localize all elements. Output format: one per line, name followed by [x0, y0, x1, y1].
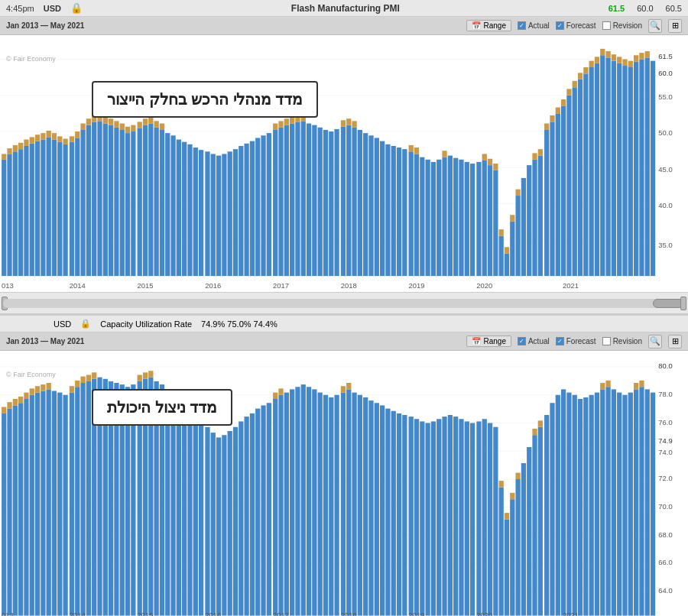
forecast-toggle-1[interactable]: ✓ Forecast — [556, 21, 596, 30]
svg-rect-267 — [284, 393, 289, 616]
svg-text:2017: 2017 — [273, 611, 289, 616]
revision-checkbox-2[interactable] — [602, 337, 611, 345]
svg-rect-119 — [634, 62, 638, 276]
svg-rect-155 — [290, 117, 294, 123]
svg-rect-348 — [143, 372, 148, 378]
lock-icon-1: 🔒 — [70, 2, 83, 14]
svg-rect-279 — [352, 393, 356, 616]
svg-rect-282 — [368, 400, 373, 615]
range-button-2[interactable]: 📅 Range — [466, 336, 511, 347]
currency-2: USD — [54, 319, 71, 329]
svg-rect-163 — [442, 151, 446, 157]
forecast-checkbox-2[interactable]: ✓ — [556, 337, 564, 345]
scroll-handle-right-1[interactable] — [680, 297, 686, 310]
svg-rect-358 — [532, 429, 537, 435]
svg-rect-64 — [323, 130, 328, 276]
actual-toggle-2[interactable]: ✓ Actual — [518, 337, 550, 345]
search-button-2[interactable]: 🔍 — [648, 335, 662, 349]
svg-rect-93 — [488, 165, 492, 276]
forecast-toggle-2[interactable]: ✓ Forecast — [556, 337, 596, 345]
svg-rect-147 — [138, 122, 142, 128]
svg-rect-92 — [482, 160, 487, 276]
forecast-checkbox-1[interactable]: ✓ — [556, 21, 564, 30]
actual-toggle-1[interactable]: ✓ Actual — [518, 21, 550, 30]
svg-rect-88 — [459, 160, 463, 276]
svg-text:70.0: 70.0 — [658, 502, 672, 511]
svg-rect-54 — [267, 133, 271, 276]
chart-area-2: © Fair Economy — [0, 351, 688, 616]
search-button-1[interactable]: 🔍 — [648, 19, 662, 33]
svg-rect-97 — [510, 222, 514, 276]
svg-rect-124 — [7, 148, 11, 154]
svg-rect-35 — [160, 130, 164, 276]
forecast-label-2: Forecast — [566, 337, 596, 345]
actual-label-1: Actual — [528, 21, 550, 30]
svg-rect-345 — [86, 375, 91, 381]
svg-rect-94 — [493, 170, 498, 276]
svg-rect-13 — [35, 141, 40, 276]
actual-checkbox-2[interactable]: ✓ — [518, 337, 526, 345]
svg-rect-314 — [550, 403, 554, 615]
svg-rect-143 — [114, 121, 118, 127]
svg-text:2017: 2017 — [273, 281, 289, 290]
svg-rect-312 — [538, 427, 543, 616]
svg-text:2014: 2014 — [70, 611, 86, 616]
actual-checkbox-1[interactable]: ✓ — [518, 21, 526, 30]
svg-rect-257 — [228, 431, 232, 615]
svg-rect-286 — [391, 411, 396, 616]
date-range-1: Jan 2013 — May 2021 — [6, 21, 84, 30]
svg-rect-269 — [295, 387, 300, 615]
expand-button-1[interactable]: ⊞ — [668, 19, 682, 33]
svg-rect-223 — [35, 393, 40, 616]
range-button-1[interactable]: 📅 Range — [466, 20, 511, 31]
svg-rect-72 — [368, 135, 373, 276]
svg-rect-182 — [595, 57, 599, 63]
svg-rect-285 — [385, 409, 390, 616]
expand-button-2[interactable]: ⊞ — [668, 335, 682, 349]
svg-rect-62 — [312, 125, 316, 276]
svg-rect-362 — [634, 383, 638, 389]
svg-rect-19 — [70, 142, 74, 276]
svg-rect-341 — [47, 383, 51, 389]
svg-rect-20 — [75, 138, 80, 276]
svg-rect-217 — [2, 413, 6, 616]
svg-rect-334 — [7, 402, 11, 408]
svg-rect-128 — [30, 137, 34, 143]
svg-rect-290 — [414, 419, 419, 615]
svg-rect-150 — [154, 121, 159, 127]
svg-rect-130 — [41, 133, 45, 139]
scroll-thumb-1[interactable] — [653, 299, 683, 308]
svg-rect-135 — [70, 136, 74, 141]
svg-rect-151 — [160, 124, 164, 130]
svg-rect-165 — [488, 159, 492, 165]
status-bar-1: 4:45pm USD 🔒 Flash Manufacturing PMI 61.… — [0, 0, 688, 17]
svg-rect-353 — [346, 383, 351, 389]
svg-rect-123 — [2, 154, 6, 159]
svg-rect-340 — [41, 384, 45, 391]
svg-rect-168 — [505, 247, 509, 253]
svg-rect-333 — [2, 407, 6, 413]
svg-rect-174 — [550, 115, 554, 122]
revision-toggle-2[interactable]: Revision — [602, 337, 642, 345]
svg-rect-132 — [52, 133, 57, 139]
svg-rect-347 — [138, 375, 142, 381]
chart-panel-1: 4:45pm USD 🔒 Flash Manufacturing PMI 61.… — [0, 0, 688, 316]
revision-checkbox-1[interactable] — [602, 21, 611, 30]
svg-rect-59 — [295, 122, 300, 276]
svg-rect-63 — [318, 128, 323, 276]
svg-rect-354 — [499, 481, 504, 487]
scroll-track-1[interactable] — [3, 299, 685, 308]
svg-rect-126 — [18, 143, 23, 149]
svg-rect-294 — [436, 419, 441, 615]
val2-1: 60.0 — [637, 4, 653, 13]
svg-rect-170 — [515, 190, 520, 196]
svg-rect-22 — [86, 125, 91, 276]
revision-toggle-1[interactable]: Revision — [602, 21, 642, 30]
svg-rect-121 — [645, 57, 650, 276]
chart-toolbar-1: Jan 2013 — May 2021 📅 Range ✓ Actual ✓ F… — [0, 17, 688, 35]
svg-rect-251 — [193, 417, 198, 615]
scroll-area-1[interactable] — [0, 292, 688, 313]
svg-rect-363 — [639, 381, 644, 387]
svg-rect-106 — [561, 105, 566, 276]
val1-2: 74.9% — [201, 319, 225, 329]
